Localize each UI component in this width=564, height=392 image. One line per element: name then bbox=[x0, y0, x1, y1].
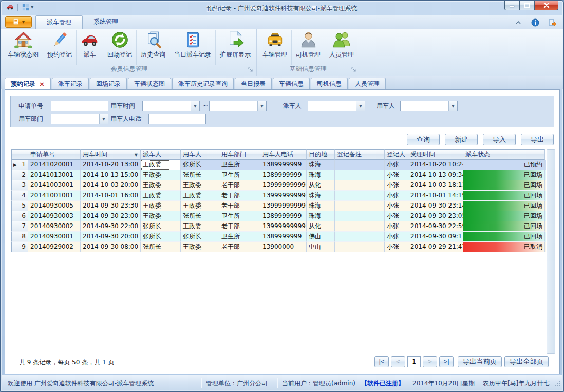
cell-destination[interactable]: 佛山 bbox=[307, 232, 335, 242]
cell-accept-time[interactable]: 2014-09-29 21:47 bbox=[408, 242, 463, 252]
document-tab[interactable]: 人员管理 bbox=[349, 78, 386, 89]
cell-remark[interactable] bbox=[335, 211, 385, 221]
cell-order-no[interactable]: 20141013001 bbox=[28, 170, 81, 180]
cell-remark[interactable] bbox=[335, 170, 385, 180]
layout-icon[interactable] bbox=[21, 3, 30, 11]
cell-dispatcher[interactable]: 王政委 bbox=[141, 201, 181, 211]
cell-use-time[interactable]: 2014-10-01 16:00 bbox=[81, 191, 141, 201]
cell-registrar[interactable]: 小张 bbox=[385, 170, 408, 180]
use-time-from-combo[interactable]: ▼ bbox=[142, 101, 200, 111]
cell-registrar[interactable]: 小张 bbox=[385, 211, 408, 221]
cell-user[interactable]: 王政委 bbox=[181, 242, 219, 252]
dispatcher-combo[interactable]: ▼ bbox=[308, 101, 365, 111]
ribbon-tab[interactable]: 系统管理 bbox=[83, 15, 129, 29]
cell-accept-time[interactable]: 2014-10-13 09:34 bbox=[408, 170, 463, 180]
cell-destination[interactable]: 珠海 bbox=[307, 170, 335, 180]
cell-accept-time[interactable]: 2014-09-30 22:59 bbox=[408, 221, 463, 232]
column-header[interactable]: 用车时间 ▼ bbox=[81, 149, 141, 160]
cell-order-no[interactable]: 20140930002 bbox=[28, 221, 81, 232]
resize-grip[interactable] bbox=[554, 381, 560, 388]
row-selector[interactable]: ▶ 6 bbox=[11, 211, 28, 221]
cell-remark[interactable] bbox=[335, 160, 385, 170]
cell-order-no[interactable]: 20141020001 bbox=[28, 160, 81, 170]
table-row[interactable]: ▶ 6 20140930003 2014-09-30 23:00 王政委 张所长… bbox=[11, 211, 546, 221]
table-row[interactable]: ▶ 2 20141013001 2014-10-13 15:00 王政委 张所长… bbox=[11, 170, 546, 180]
ribbon-button[interactable]: 司机管理 bbox=[291, 30, 325, 65]
row-selector[interactable]: ▶ 2 bbox=[11, 170, 28, 180]
cell-use-time[interactable]: 2014-10-13 15:00 bbox=[81, 170, 141, 180]
document-tab[interactable]: 司机信息 bbox=[311, 78, 348, 89]
export-all-pages-button[interactable]: 导出全部页 bbox=[504, 356, 549, 367]
cell-registrar[interactable]: 小张 bbox=[385, 191, 408, 201]
table-row[interactable]: ▶ 9 20140929002 2014-09-30 08:00 张所长 王政委… bbox=[11, 242, 546, 252]
cell-phone[interactable]: 1389999999 bbox=[260, 232, 307, 242]
row-selector[interactable]: ▶ 3 bbox=[11, 180, 28, 191]
close-button[interactable] bbox=[534, 1, 558, 10]
cell-phone[interactable]: 13999999999 bbox=[260, 201, 307, 211]
table-row[interactable]: ▶ 1 20141020001 2014-10-20 13:00 王政委 张所长… bbox=[11, 160, 546, 170]
order-no-input[interactable] bbox=[51, 101, 108, 111]
cell-use-time[interactable]: 2014-09-30 08:00 bbox=[81, 242, 141, 252]
document-tab[interactable]: 派车记录 bbox=[52, 78, 89, 89]
cell-remark[interactable] bbox=[335, 201, 385, 211]
cell-user[interactable]: 张所长 bbox=[181, 211, 219, 221]
cell-dept[interactable]: 老干部 bbox=[219, 201, 260, 211]
cell-user[interactable]: 王政委 bbox=[181, 201, 219, 211]
cell-dispatcher[interactable]: 张所长 bbox=[141, 221, 181, 232]
table-row[interactable]: ▶ 5 20140930005 2014-09-30 23:30 王政委 王政委… bbox=[11, 201, 546, 211]
cell-registrar[interactable]: 小张 bbox=[385, 242, 408, 252]
cell-dispatch-status[interactable]: 已回场 bbox=[463, 201, 545, 211]
new-button[interactable]: 新建 bbox=[445, 134, 478, 145]
column-header[interactable]: 登记人 ▼ bbox=[385, 149, 408, 160]
cell-dispatcher[interactable]: 王政委 bbox=[141, 170, 181, 180]
ribbon-button[interactable]: 历史查询 bbox=[136, 30, 170, 65]
cell-user[interactable]: 张所长 bbox=[181, 170, 219, 180]
cell-remark[interactable] bbox=[335, 221, 385, 232]
row-selector[interactable]: ▶ 9 bbox=[11, 242, 28, 252]
ribbon-button[interactable]: 回场登记 bbox=[103, 30, 136, 65]
cell-dispatch-status[interactable]: 已回场 bbox=[463, 170, 545, 180]
column-header[interactable]: 用车部门 ▼ bbox=[219, 149, 260, 160]
use-time-to-combo[interactable]: ▼ bbox=[209, 101, 267, 111]
ribbon-button[interactable]: 扩展屏显示 bbox=[215, 30, 255, 65]
document-tab[interactable]: 预约记录 × bbox=[5, 78, 51, 89]
ribbon-button[interactable]: 派车 bbox=[76, 30, 103, 65]
row-selector[interactable]: ▶ 1 bbox=[11, 160, 28, 170]
column-header[interactable]: 用车人 ▼ bbox=[181, 149, 219, 160]
cell-phone[interactable]: 13999999999 bbox=[260, 221, 307, 232]
cell-dispatch-status[interactable]: 已回场 bbox=[463, 191, 545, 201]
cell-user[interactable]: 张所长 bbox=[181, 160, 219, 170]
cell-accept-time[interactable]: 2014-10-01 14:19 bbox=[408, 191, 463, 201]
cell-phone[interactable]: 1389999999 bbox=[260, 160, 307, 170]
cell-use-time[interactable]: 2014-10-20 13:00 bbox=[81, 160, 141, 170]
chevron-down-icon[interactable]: ▼ bbox=[257, 101, 266, 111]
document-tab[interactable]: 当日报表 bbox=[235, 78, 272, 89]
ribbon-button[interactable]: 车辆管理 bbox=[258, 30, 291, 65]
cell-destination[interactable]: 从化 bbox=[307, 221, 335, 232]
column-header[interactable]: 受理时间 ▼ bbox=[408, 149, 463, 160]
cell-dispatch-status[interactable]: 已取消 bbox=[463, 242, 545, 252]
user-combo[interactable]: ▼ bbox=[400, 101, 458, 111]
cell-dispatch-status[interactable]: 已回场 bbox=[463, 211, 545, 221]
chevron-down-icon[interactable]: ▼ bbox=[356, 101, 365, 111]
document-tab[interactable]: 派车历史记录查询 bbox=[172, 78, 234, 89]
cell-user[interactable]: 王政委 bbox=[181, 221, 219, 232]
cell-accept-time[interactable]: 2014-10-20 10:24 bbox=[408, 160, 463, 170]
cell-phone[interactable]: 1389999999 bbox=[260, 170, 307, 180]
document-tab[interactable]: 回场记录 bbox=[90, 78, 127, 89]
cell-dept[interactable]: 老干部 bbox=[219, 242, 260, 252]
cell-dispatch-status[interactable]: 已回场 bbox=[463, 232, 545, 242]
chevron-down-icon[interactable]: ▼ bbox=[99, 114, 108, 124]
cell-user[interactable]: 王政委 bbox=[181, 180, 219, 191]
info-icon[interactable] bbox=[531, 18, 539, 27]
cell-phone[interactable]: 13900000 bbox=[260, 242, 307, 252]
cell-registrar[interactable]: 小张 bbox=[385, 221, 408, 232]
application-menu-button[interactable]: ▼ bbox=[5, 16, 32, 28]
cell-registrar[interactable]: 小张 bbox=[385, 232, 408, 242]
cell-destination[interactable]: 珠海 bbox=[307, 160, 335, 170]
cell-registrar[interactable]: 小张 bbox=[385, 180, 408, 191]
cell-use-time[interactable]: 2014-10-03 20:00 bbox=[81, 180, 141, 191]
cell-user[interactable]: 王政委 bbox=[181, 191, 219, 201]
row-selector[interactable]: ▶ 7 bbox=[11, 221, 28, 232]
title-bar[interactable]: ▼ 预约记录 - 广州爱奇迪软件科技有限公司-派车管理系统 bbox=[1, 1, 563, 15]
